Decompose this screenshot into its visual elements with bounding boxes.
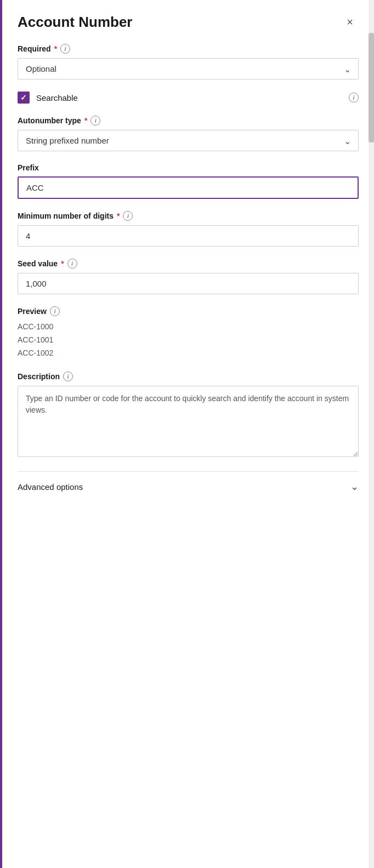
searchable-section: ✓ Searchable i [18,92,359,104]
autonumber-label-text: Autonumber type [18,116,81,125]
min-digits-label: Minimum number of digits * i [18,211,359,221]
close-button[interactable]: × [341,13,359,31]
advanced-options-label: Advanced options [18,482,83,492]
preview-info-icon[interactable]: i [50,306,60,316]
min-digits-input[interactable] [18,225,359,247]
autonumber-info-icon[interactable]: i [90,116,100,125]
panel: Account Number × Required * i Optional R… [0,0,374,868]
panel-header: Account Number × [18,13,359,31]
required-label: Required * i [18,44,359,54]
page-title: Account Number [18,14,132,31]
description-info-icon[interactable]: i [63,372,73,381]
preview-item-1: ACC-1000 [18,321,359,334]
searchable-row: ✓ Searchable i [18,92,359,104]
prefix-label-text: Prefix [18,163,39,172]
autonumber-dropdown[interactable]: String prefixed number Date prefixed num… [18,130,359,151]
preview-item-2: ACC-1001 [18,334,359,347]
required-section: Required * i Optional Required Read-only… [18,44,359,79]
seed-value-required-star: * [61,259,64,268]
description-section: Description i Type an ID number or code … [18,372,359,459]
searchable-label: Searchable [36,93,78,102]
preview-section: Preview i ACC-1000 ACC-1001 ACC-1002 [18,306,359,359]
searchable-info-icon[interactable]: i [349,93,359,102]
required-star: * [54,44,57,53]
preview-label: Preview i [18,306,359,316]
seed-value-label: Seed value * i [18,259,359,269]
required-label-text: Required [18,44,51,53]
min-digits-label-text: Minimum number of digits [18,212,114,220]
seed-value-label-text: Seed value [18,259,58,268]
preview-list: ACC-1000 ACC-1001 ACC-1002 [18,321,359,359]
min-digits-section: Minimum number of digits * i [18,211,359,247]
min-digits-required-star: * [117,212,120,220]
prefix-label: Prefix [18,163,359,172]
searchable-checkbox[interactable]: ✓ [18,92,30,104]
description-label-text: Description [18,372,60,381]
checkmark-icon: ✓ [20,94,27,101]
min-digits-info-icon[interactable]: i [123,211,133,221]
description-label: Description i [18,372,359,381]
scrollbar-thumb[interactable] [369,33,374,142]
autonumber-label: Autonumber type * i [18,116,359,125]
scrollbar-track [369,0,374,868]
seed-value-section: Seed value * i [18,259,359,294]
required-dropdown[interactable]: Optional Required Read-only [18,58,359,79]
autonumber-dropdown-wrapper: String prefixed number Date prefixed num… [18,130,359,151]
seed-value-info-icon[interactable]: i [67,259,77,269]
description-textarea[interactable]: Type an ID number or code for the accoun… [18,386,359,457]
seed-value-input[interactable] [18,273,359,294]
preview-label-text: Preview [18,307,47,316]
prefix-section: Prefix [18,163,359,199]
autonumber-required-star: * [84,116,87,125]
required-info-icon[interactable]: i [60,44,70,54]
preview-item-3: ACC-1002 [18,347,359,360]
advanced-options-chevron-icon: ⌄ [350,481,359,493]
prefix-input[interactable] [18,176,359,199]
required-dropdown-wrapper: Optional Required Read-only ⌄ [18,58,359,79]
autonumber-section: Autonumber type * i String prefixed numb… [18,116,359,151]
advanced-options-row[interactable]: Advanced options ⌄ [18,471,359,501]
